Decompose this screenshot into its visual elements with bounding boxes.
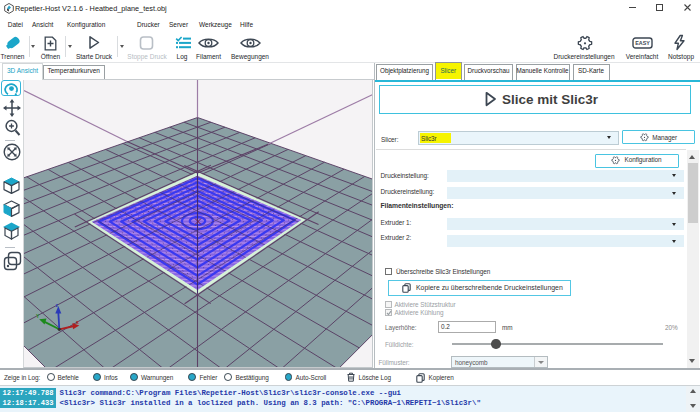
svg-text:EASY: EASY (635, 40, 650, 46)
svg-text:x: x (76, 319, 79, 325)
